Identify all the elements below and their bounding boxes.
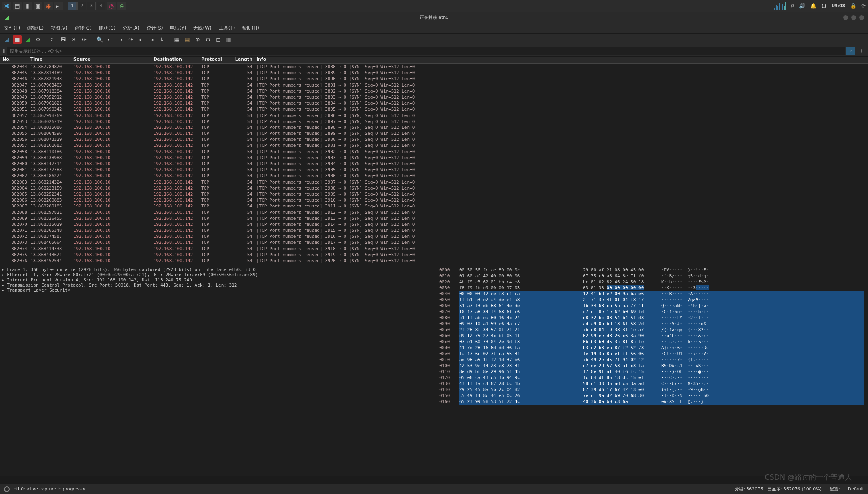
- packet-row[interactable]: 36206413.868223159192.168.100.10192.168.…: [0, 185, 868, 191]
- menu-go[interactable]: 跳转(G): [75, 25, 92, 32]
- files-icon[interactable]: ▤: [13, 2, 22, 10]
- hex-row[interactable]: 004000 00 03 42 ee f3 c1 ca 12 41 bd e2 …: [439, 291, 864, 297]
- open-file-icon[interactable]: 🗁: [49, 35, 57, 44]
- packet-row[interactable]: 36206613.868260883192.168.100.10192.168.…: [0, 197, 868, 203]
- packet-row[interactable]: 36205013.867961821192.168.100.10192.168.…: [0, 100, 868, 106]
- hex-row[interactable]: 006051 a7 f3 db 88 61 4e de fb 34 68 cb …: [439, 303, 864, 309]
- packet-row[interactable]: 36205213.867998769192.168.100.10192.168.…: [0, 113, 868, 119]
- packet-row[interactable]: 36207213.868374587192.168.100.10192.168.…: [0, 233, 868, 239]
- packet-row[interactable]: 36206313.868214324192.168.100.10192.168.…: [0, 179, 868, 185]
- column-time[interactable]: Time: [30, 57, 73, 63]
- hex-row[interactable]: 016065 23 99 58 53 5f 72 4c 40 3b 0a b0 …: [439, 399, 864, 405]
- packet-row[interactable]: 36206913.868326455192.168.100.10192.168.…: [0, 215, 868, 221]
- tree-line[interactable]: ▸ Frame 1: 366 bytes on wire (2928 bits)…: [2, 267, 433, 272]
- reload-icon[interactable]: ⟳: [80, 35, 89, 44]
- filter-apply-button[interactable]: →·: [846, 47, 855, 55]
- editor-icon[interactable]: ▣: [34, 2, 42, 10]
- jump-to-icon[interactable]: ↷: [126, 35, 135, 44]
- column-no[interactable]: No.: [2, 57, 30, 63]
- packet-row[interactable]: 36207513.868443621192.168.100.10192.168.…: [0, 252, 868, 258]
- start-capture-icon[interactable]: ◢: [2, 35, 11, 44]
- menu-edit[interactable]: 编辑(E): [27, 25, 44, 32]
- hex-row[interactable]: 00204b f9 c3 62 01 bb c4 e8 bc 01 02 82 …: [439, 279, 864, 285]
- workspace-switcher[interactable]: 1 2 3 4: [68, 2, 105, 10]
- packet-row[interactable]: 36204613.867821943192.168.100.10192.168.…: [0, 76, 868, 82]
- hex-row[interactable]: 000000 50 56 fc ae 89 00 0c 29 00 af 21 …: [439, 267, 864, 273]
- packet-row[interactable]: 36207313.868405664192.168.100.10192.168.…: [0, 239, 868, 245]
- hex-row[interactable]: 0050ff b1 c3 e2 a4 de e1 a8 2f 71 3e 41 …: [439, 297, 864, 303]
- hex-row[interactable]: 00b0d9 12 75 27 4c bf 05 1f 02 99 ee d8 …: [439, 333, 864, 339]
- packet-row[interactable]: 36205513.868064596192.168.100.10192.168.…: [0, 130, 868, 136]
- go-back-icon[interactable]: ←: [105, 35, 114, 44]
- packet-row[interactable]: 36206013.868147714192.168.100.10192.168.…: [0, 161, 868, 167]
- volume-icon[interactable]: 🔊: [799, 3, 805, 9]
- workspace-4[interactable]: 4: [97, 2, 105, 10]
- column-protocol[interactable]: Protocol: [201, 57, 234, 63]
- packet-row[interactable]: 36206213.868186224192.168.100.10192.168.…: [0, 173, 868, 179]
- packet-row[interactable]: 36205913.868138988192.168.100.10192.168.…: [0, 155, 868, 161]
- zoom-out-icon[interactable]: ⊖: [204, 35, 212, 44]
- hex-row[interactable]: 00f0ad 98 a5 1f f2 1d 37 b6 7b 49 2e d5 …: [439, 357, 864, 363]
- expert-info-icon[interactable]: [4, 486, 10, 492]
- zoom-reset-icon[interactable]: ◻: [214, 35, 223, 44]
- save-file-icon[interactable]: 🖫: [59, 35, 68, 44]
- hex-row[interactable]: 0080c1 1f ab ea 80 16 4c 24 d8 32 bc 03 …: [439, 315, 864, 321]
- auto-scroll-icon[interactable]: ↓: [157, 35, 166, 44]
- column-info[interactable]: Info: [256, 57, 868, 63]
- hex-row[interactable]: 010042 53 9e 44 23 e8 73 31 e7 de 2d 57 …: [439, 363, 864, 369]
- workspace-3[interactable]: 3: [87, 2, 96, 10]
- menu-tools[interactable]: 工具(T): [219, 25, 235, 32]
- packet-row[interactable]: 36206713.868289185192.168.100.10192.168.…: [0, 203, 868, 209]
- tree-line[interactable]: ▸ Ethernet II, Src: VMware_00:af:21 (00:…: [2, 272, 433, 277]
- restart-capture-icon[interactable]: ◢: [23, 35, 32, 44]
- lock-icon[interactable]: 🔒: [850, 3, 856, 9]
- find-icon[interactable]: 🔍: [95, 35, 104, 44]
- packet-row[interactable]: 36204913.867952912192.168.100.10192.168.…: [0, 94, 868, 100]
- column-source[interactable]: Source: [73, 57, 153, 63]
- hex-row[interactable]: 001001 60 af 42 40 00 80 06 67 35 c0 a8 …: [439, 273, 864, 279]
- go-forward-icon[interactable]: →: [116, 35, 125, 44]
- go-first-icon[interactable]: ⇤: [137, 35, 145, 44]
- hex-row[interactable]: 009009 07 10 a1 59 e6 4a c7 ad a9 0b bd …: [439, 321, 864, 327]
- hex-row[interactable]: 00d041 7d 28 16 6d dd 36 fa b3 c2 b3 ea …: [439, 345, 864, 351]
- close-file-icon[interactable]: ✕: [69, 35, 78, 44]
- bookmark-icon[interactable]: ▮: [2, 48, 5, 54]
- go-last-icon[interactable]: ⇥: [147, 35, 156, 44]
- packet-row[interactable]: 36204413.867784820192.168.100.10192.168.…: [0, 64, 868, 70]
- firefox-icon[interactable]: ◉: [44, 2, 53, 10]
- hex-row[interactable]: 0150c5 49 f4 8c 44 e5 0c 26 7e cf 9a d2 …: [439, 393, 864, 399]
- menu-wireless[interactable]: 无线(W): [193, 25, 211, 32]
- colorize-icon[interactable]: ▦: [172, 35, 181, 44]
- hex-row[interactable]: 0030f8 f9 4b e9 00 00 17 03 03 01 33 00 …: [439, 285, 864, 291]
- packet-row[interactable]: 36205713.868101682192.168.100.10192.168.…: [0, 142, 868, 148]
- packet-row[interactable]: 36206813.868297821192.168.100.10192.168.…: [0, 209, 868, 215]
- hex-row[interactable]: 00e0fa 47 6c 02 7f ca 55 31 fe 19 3b 8a …: [439, 351, 864, 357]
- menu-capture[interactable]: 捕获(C): [99, 25, 115, 32]
- packet-row[interactable]: 36205613.868073329192.168.100.10192.168.…: [0, 136, 868, 142]
- tree-line[interactable]: ▸ Transport Layer Security: [2, 288, 433, 293]
- workspace-1[interactable]: 1: [68, 2, 77, 10]
- profile-value[interactable]: Default: [848, 486, 864, 492]
- terminal-icon[interactable]: ▮: [23, 2, 32, 10]
- workspace-2[interactable]: 2: [77, 2, 86, 10]
- menu-help[interactable]: 帮助(H): [242, 25, 259, 32]
- tree-line[interactable]: ▸ Transmission Control Protocol, Src Por…: [2, 283, 433, 288]
- close-button[interactable]: [859, 15, 864, 20]
- packet-row[interactable]: 36205413.868035086192.168.100.10192.168.…: [0, 124, 868, 130]
- colorize-2-icon[interactable]: ▦: [183, 35, 192, 44]
- menu-stats[interactable]: 统计(S): [147, 25, 163, 32]
- packet-row[interactable]: 36204813.867918284192.168.100.10192.168.…: [0, 88, 868, 94]
- menu-view[interactable]: 视图(V): [51, 25, 67, 32]
- zoom-in-icon[interactable]: ⊕: [193, 35, 202, 44]
- capture-options-icon[interactable]: ⚙: [34, 35, 42, 44]
- column-length[interactable]: Length: [234, 57, 256, 63]
- resize-columns-icon[interactable]: ▥: [224, 35, 233, 44]
- hex-row[interactable]: 013043 1f fa c4 62 28 bc 1b 58 c1 33 35 …: [439, 381, 864, 387]
- packet-details-tree[interactable]: ▸ Frame 1: 366 bytes on wire (2928 bits)…: [0, 265, 435, 476]
- notifications-icon[interactable]: 🔔: [810, 3, 816, 9]
- menu-telephony[interactable]: 电话(Y): [170, 25, 186, 32]
- packet-row[interactable]: 36205113.867990342192.168.100.10192.168.…: [0, 106, 868, 112]
- column-destination[interactable]: Destination: [153, 57, 201, 63]
- taskbar-app-2[interactable]: ⊜: [117, 2, 126, 10]
- hex-row[interactable]: 00a02f 28 8f 34 57 0f 71 71 7b c8 84 f9 …: [439, 327, 864, 333]
